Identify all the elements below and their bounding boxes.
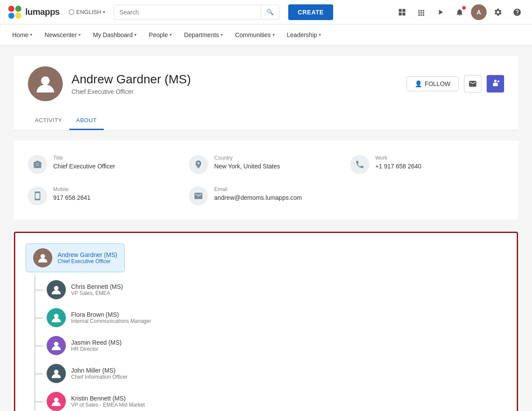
notifications-icon[interactable] [452, 4, 467, 20]
child-name-2: Jasmin Reed (MS) [71, 339, 122, 346]
child-avatar-2 [47, 336, 66, 355]
work-info: Work +1 917 658 2640 [375, 155, 422, 170]
org-child-1[interactable]: Flora Brown (MS) Internal Communications… [43, 304, 154, 332]
nav-home-chevron: ▾ [30, 32, 32, 37]
nav-item-dashboard[interactable]: My Dashboard ▾ [88, 28, 142, 42]
child-info-3: John Miller (MS) Chief Information Offic… [71, 367, 128, 380]
root-info: Andrew Gardner (MS) Chief Executive Offi… [58, 251, 117, 264]
phone-icon [355, 160, 365, 169]
lang-label: ENGLISH [76, 9, 101, 15]
main-content: Andrew Gardner (MS) Chief Executive Offi… [0, 45, 532, 411]
info-country: Country New York, United States [189, 155, 343, 174]
help-icon[interactable] [509, 4, 525, 20]
child-name-3: John Miller (MS) [71, 367, 128, 374]
org-child-2[interactable]: Jasmin Reed (MS) HR Director [43, 332, 154, 360]
email-button[interactable] [464, 75, 481, 92]
profile-tabs: ACTIVITY ABOUT [14, 112, 518, 130]
search-bar: 🔍 [114, 5, 280, 20]
email-icon-container [189, 186, 208, 206]
svg-point-2 [8, 13, 14, 19]
search-button[interactable]: 🔍 [261, 5, 279, 19]
language-selector[interactable]: ⬡ ENGLISH ▾ [68, 8, 105, 16]
tab-about[interactable]: ABOUT [69, 112, 104, 130]
root-avatar [33, 248, 52, 267]
child-avatar-3 [47, 364, 66, 383]
title-label: Title [53, 155, 115, 161]
translate-icon: ⬡ [68, 8, 75, 16]
org-root-node[interactable]: Andrew Gardner (MS) Chief Executive Offi… [26, 243, 125, 272]
country-info: Country New York, United States [214, 155, 280, 170]
child-avatar-4 [47, 392, 66, 411]
teams-icon [491, 79, 500, 89]
nav-item-communities[interactable]: Communities ▾ [230, 28, 280, 42]
nav-communities-label: Communities [235, 31, 271, 38]
child-avatar-1 [47, 308, 66, 327]
title-info: Title Chief Executive Officer [53, 155, 115, 170]
nav-item-leadership[interactable]: Leadership ▾ [282, 28, 326, 42]
child-role-2: HR Director [71, 346, 122, 352]
nav-item-newscenter[interactable]: Newscenter ▾ [39, 28, 86, 42]
org-chart: Andrew Gardner (MS) Chief Executive Offi… [26, 243, 506, 411]
nav-leadership-chevron: ▾ [319, 32, 321, 37]
grid-icon[interactable] [413, 4, 429, 20]
mobile-icon-container [28, 186, 47, 206]
navbar: Home ▾ Newscenter ▾ My Dashboard ▾ Peopl… [0, 24, 532, 45]
topbar: lumapps ⬡ ENGLISH ▾ 🔍 CREATE A [0, 0, 532, 24]
mobile-label: Mobile [53, 186, 91, 192]
play-icon[interactable] [433, 4, 448, 20]
info-title: Title Chief Executive Officer [28, 155, 182, 174]
tab-activity[interactable]: ACTIVITY [28, 112, 69, 130]
org-child-3[interactable]: John Miller (MS) Chief Information Offic… [43, 360, 154, 387]
notification-badge [462, 6, 466, 10]
nav-departments-label: Departments [184, 31, 219, 38]
profile-info: Andrew Gardner (MS) Chief Executive Offi… [72, 72, 191, 95]
teams-button[interactable] [487, 75, 504, 92]
info-grid: Title Chief Executive Officer Country Ne… [28, 155, 504, 206]
email-icon [468, 79, 477, 88]
org-child-0[interactable]: Chris Bennett (MS) VP Sales, EMEA [43, 276, 154, 304]
create-button[interactable]: CREATE [288, 4, 334, 20]
svg-point-1 [15, 6, 21, 12]
about-section: Title Chief Executive Officer Country Ne… [14, 141, 518, 219]
follow-button[interactable]: 👤 FOLLOW [406, 76, 459, 91]
nav-leadership-label: Leadership [287, 31, 317, 38]
profile-title: Chief Executive Officer [72, 88, 191, 95]
info-email: Email andrew@demoms.lumapps.com [189, 186, 343, 206]
logo[interactable]: lumapps [7, 4, 60, 20]
child-info-0: Chris Bennett (MS) VP Sales, EMEA [71, 283, 123, 296]
child-role-3: Chief Information Officer [71, 374, 128, 380]
nav-item-people[interactable]: People ▾ [143, 28, 177, 42]
settings-icon[interactable] [490, 4, 506, 20]
title-icon [28, 155, 47, 174]
svg-point-9 [54, 370, 58, 374]
nav-newscenter-chevron: ▾ [78, 32, 81, 37]
mobile-info: Mobile 917 658 2641 [53, 186, 91, 201]
child-info-2: Jasmin Reed (MS) HR Director [71, 339, 122, 352]
mobile-icon [33, 191, 42, 201]
email-label: Email [214, 186, 302, 192]
info-work: Work +1 917 658 2640 [350, 155, 504, 174]
child-role-0: VP Sales, EMEA [71, 290, 123, 296]
svg-point-4 [41, 76, 50, 85]
email-value: andrew@demoms.lumapps.com [214, 194, 302, 201]
user-avatar[interactable]: A [471, 4, 487, 20]
profile-avatar [28, 66, 63, 101]
email-info: Email andrew@demoms.lumapps.com [214, 186, 302, 201]
info-mobile: Mobile 917 658 2641 [28, 186, 182, 206]
topbar-icons: A [394, 4, 525, 20]
org-child-4[interactable]: Kristin Bennett (MS) VP of Sales - EMEA … [43, 387, 154, 411]
nav-communities-chevron: ▾ [273, 32, 275, 37]
location-icon [194, 160, 203, 169]
nav-item-home[interactable]: Home ▾ [7, 28, 38, 42]
nav-home-label: Home [12, 31, 28, 38]
search-input[interactable] [114, 5, 261, 19]
logo-text: lumapps [25, 7, 60, 17]
nav-item-departments[interactable]: Departments ▾ [179, 28, 228, 42]
org-chart-section: Andrew Gardner (MS) Chief Executive Offi… [14, 232, 518, 411]
profile-header: Andrew Gardner (MS) Chief Executive Offi… [14, 56, 518, 112]
nav-departments-chevron: ▾ [221, 32, 223, 37]
work-phone-icon [350, 155, 369, 174]
pages-icon[interactable] [394, 4, 410, 20]
country-value: New York, United States [214, 163, 280, 170]
profile-avatar-image [34, 73, 56, 95]
